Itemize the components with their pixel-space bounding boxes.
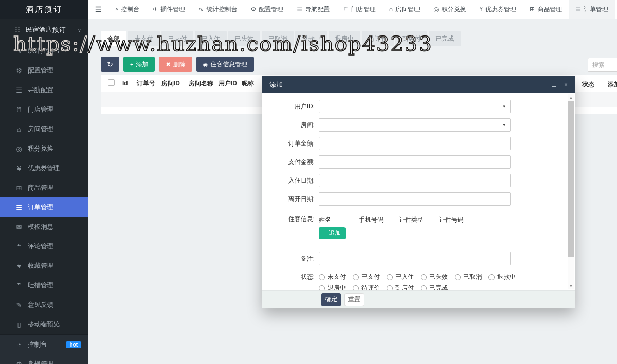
status-option-completed[interactable]: 已完成: [421, 284, 448, 290]
sidebar-item-general[interactable]: ⚙常规管理: [0, 354, 88, 364]
modal-titlebar[interactable]: 添加 – ×: [262, 76, 575, 93]
status-option-pay-at-store[interactable]: 到店付: [387, 284, 414, 290]
tab-pay-at-store[interactable]: 到店付: [395, 31, 427, 46]
radio-icon[interactable]: [353, 285, 359, 291]
append-guest-button[interactable]: +追加: [319, 227, 346, 239]
dashboard-icon: ◔: [14, 341, 24, 349]
radio-icon[interactable]: [421, 274, 427, 280]
sidebar-item-console[interactable]: ◔控制台hot: [0, 335, 88, 354]
sidebar-item-feedback[interactable]: ✎意见反馈: [0, 295, 88, 315]
status-option-expired[interactable]: 已失效: [421, 272, 448, 281]
topnav-navconfig[interactable]: ☰导航配置: [290, 0, 336, 19]
minimize-icon[interactable]: –: [540, 82, 544, 88]
sidebar-item-points[interactable]: ◎积分兑换: [0, 139, 88, 158]
home-shortcut-icon[interactable]: ⌂: [615, 0, 617, 19]
checkin-date-input[interactable]: [319, 174, 511, 187]
radio-icon[interactable]: [455, 274, 461, 280]
close-icon[interactable]: ×: [564, 82, 568, 88]
pay-amount-input[interactable]: [319, 155, 511, 169]
topbar: 酒店预订 ☰ ◔控制台 ✈插件管理 ∿统计控制台 ⚙配置管理 ☰导航配置 ♖门店…: [0, 0, 617, 19]
radio-icon[interactable]: [319, 274, 325, 280]
tab-paid[interactable]: 已支付: [161, 31, 193, 46]
remark-input[interactable]: [319, 252, 511, 265]
tab-unpaid[interactable]: 未支付: [128, 31, 160, 46]
status-options: 未支付 已支付 已入住 已失效 已取消 退款中 退房中 待评价 到店付 已完成: [319, 272, 545, 290]
topnav-points[interactable]: ◎积分兑换: [427, 0, 473, 19]
sidebar-item-template-msg[interactable]: ✉模板消息: [0, 217, 88, 236]
refresh-button[interactable]: ↻: [101, 57, 119, 72]
sidebar-item-navconfig[interactable]: ☰导航配置: [0, 80, 88, 100]
refresh-icon: ↻: [107, 60, 113, 68]
home-icon: ⌂: [389, 6, 393, 13]
status-option-refunding[interactable]: 退款中: [488, 272, 516, 281]
maximize-icon[interactable]: [552, 83, 556, 87]
room-select[interactable]: ▾: [319, 118, 511, 132]
gear-icon: ⚙: [14, 360, 24, 364]
confirm-button[interactable]: 确定: [321, 293, 341, 306]
radio-icon[interactable]: [421, 285, 427, 291]
tab-cancelled[interactable]: 已取消: [262, 31, 294, 46]
sidebar-item-stores[interactable]: ♖门店管理: [0, 100, 88, 119]
radio-icon[interactable]: [353, 274, 359, 280]
sidebar-app-header[interactable]: ☷ 民宿酒店预订 ∨: [0, 19, 88, 41]
yen-icon: ¥: [479, 6, 483, 13]
radio-icon[interactable]: [488, 274, 495, 280]
search-input[interactable]: [588, 58, 617, 72]
topnav-stats[interactable]: ∿统计控制台: [192, 0, 244, 19]
tab-refunding[interactable]: 退款中: [295, 31, 327, 46]
sidebar-item-mobile-preview[interactable]: ▯移动端预览: [0, 315, 88, 334]
points-icon: ◎: [433, 6, 439, 13]
topnav-orders[interactable]: ☰订单管理: [569, 0, 615, 19]
sidebar-item-stats[interactable]: ∿统计控制台: [0, 41, 88, 61]
topnav-coupons[interactable]: ¥优惠券管理: [473, 0, 523, 19]
tab-expired[interactable]: 已失效: [228, 31, 260, 46]
topnav-plugins[interactable]: ✈插件管理: [146, 0, 192, 19]
topnav-stores[interactable]: ♖门店管理: [336, 0, 383, 19]
sidebar-item-goods[interactable]: ⊞商品管理: [0, 178, 88, 197]
order-amount-input[interactable]: [319, 137, 511, 150]
radio-icon[interactable]: [387, 285, 393, 291]
scroll-down-icon[interactable]: ▼: [568, 284, 574, 288]
modal-scrollbar[interactable]: ▲ ▼: [568, 94, 574, 289]
tab-checked-in[interactable]: 已入住: [195, 31, 227, 46]
guest-info-button[interactable]: ◉住客信息管理: [196, 57, 255, 72]
modal-footer: 确定 重置: [262, 290, 575, 308]
add-order-modal: 添加 – × 用户ID: ▾ 房间: ▾ 订单金额: 支付金额: 入住日期: 离…: [262, 76, 575, 308]
status-option-checked-in[interactable]: 已入住: [387, 272, 414, 281]
sidebar-item-coupons[interactable]: ¥优惠券管理: [0, 158, 88, 178]
topnav-config[interactable]: ⚙配置管理: [244, 0, 290, 19]
topnav-rooms[interactable]: ⌂房间管理: [383, 0, 427, 19]
menu-toggle-icon[interactable]: ☰: [88, 0, 108, 19]
radio-icon[interactable]: [319, 285, 325, 291]
radio-icon[interactable]: [387, 274, 393, 280]
add-button[interactable]: +添加: [123, 57, 155, 72]
scroll-up-icon[interactable]: ▲: [568, 96, 574, 99]
checkout-date-input[interactable]: [319, 192, 511, 206]
status-option-unpaid[interactable]: 未支付: [319, 272, 346, 281]
status-option-paid[interactable]: 已支付: [353, 272, 380, 281]
sidebar-item-favorites[interactable]: ♥收藏管理: [0, 256, 88, 276]
sidebar-item-reviews[interactable]: ❝评论管理: [0, 236, 88, 256]
sidebar-item-rooms[interactable]: ⌂房间管理: [0, 119, 88, 139]
delete-button[interactable]: ✖删除: [159, 57, 192, 72]
select-all-checkbox[interactable]: [108, 79, 115, 86]
tab-completed[interactable]: 已完成: [429, 31, 461, 46]
topnav-dashboard[interactable]: ◔控制台: [108, 0, 146, 19]
status-option-pending-review[interactable]: 待评价: [353, 284, 380, 290]
status-option-cancelled[interactable]: 已取消: [455, 272, 482, 281]
user-id-select[interactable]: ▾: [319, 100, 511, 113]
sidebar-item-complaints[interactable]: ❞吐槽管理: [0, 276, 88, 295]
scrollbar-thumb[interactable]: [568, 101, 574, 257]
tab-pending-review[interactable]: 待评价: [362, 31, 394, 46]
home-icon: ⌂: [14, 125, 24, 133]
sidebar-item-orders[interactable]: ☰订单管理: [0, 197, 88, 217]
status-option-checking-out[interactable]: 退房中: [319, 284, 346, 290]
guest-col-idtype: 证件类型: [399, 215, 439, 224]
topnav-goods[interactable]: ⊞商品管理: [523, 0, 569, 19]
plugin-icon: ✈: [153, 6, 158, 13]
tab-checking-out[interactable]: 退房中: [329, 31, 360, 46]
tab-all[interactable]: 全部: [101, 31, 126, 46]
user-id-label: 用户ID:: [262, 102, 315, 111]
sidebar-item-config[interactable]: ⚙配置管理: [0, 61, 88, 80]
reset-button[interactable]: 重置: [344, 293, 364, 306]
